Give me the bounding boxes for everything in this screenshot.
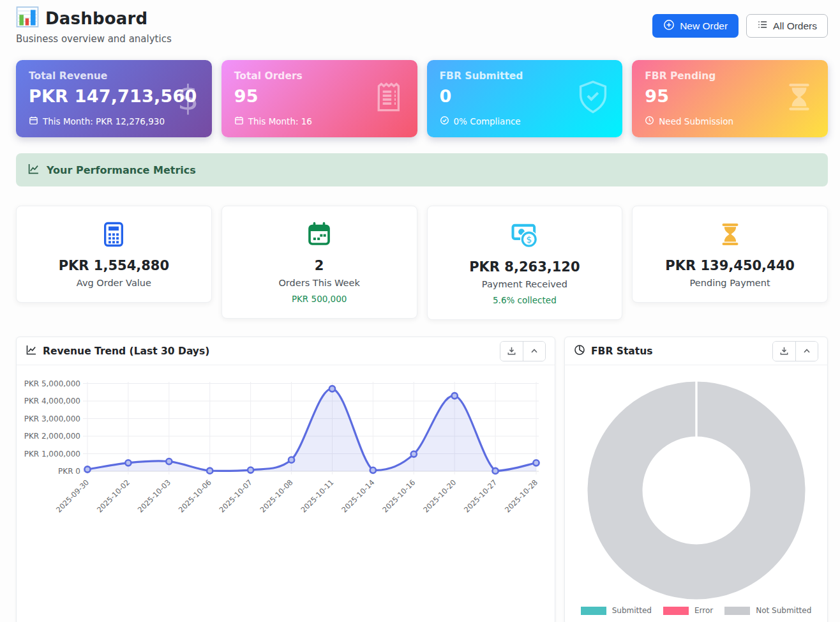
hourglass-icon	[717, 238, 743, 250]
download-button[interactable]	[773, 342, 795, 361]
svg-text:PKR 4,000,000: PKR 4,000,000	[24, 397, 80, 406]
metric-extra: 5.6% collected	[437, 295, 613, 305]
metric-value: PKR 8,263,120	[437, 259, 613, 275]
metric-value: PKR 139,450,440	[641, 258, 818, 273]
stat-sub-label: Need Submission	[659, 116, 733, 126]
clock-icon	[645, 116, 654, 127]
performance-metrics-banner: Your Performance Metrics	[16, 153, 828, 186]
legend-item-submitted[interactable]: Submitted	[581, 606, 652, 615]
money-icon: $	[511, 239, 538, 251]
plus-circle-icon	[663, 19, 675, 33]
shield-check-icon	[576, 79, 610, 117]
svg-text:2025-10-27: 2025-10-27	[462, 478, 499, 514]
svg-text:2025-10-03: 2025-10-03	[136, 478, 172, 514]
charts-row: Revenue Trend (Last 30 Days) PKR 0	[16, 337, 828, 622]
revenue-panel-toolbar	[500, 341, 546, 361]
svg-text:2025-10-07: 2025-10-07	[218, 478, 254, 514]
metric-card-payment-received: $ PKR 8,263,120 Payment Received 5.6% co…	[427, 206, 623, 320]
metric-card-orders-this-week: 2 Orders This Week PKR 500,000	[221, 206, 417, 319]
stat-card-total-revenue: Total Revenue PKR 147,713,560 This Month…	[16, 60, 212, 137]
legend-item-not-submitted[interactable]: Not Submitted	[724, 606, 811, 615]
svg-text:2025-10-16: 2025-10-16	[380, 478, 417, 514]
stat-sub-label: This Month: 16	[248, 116, 312, 126]
calendar-icon	[306, 238, 332, 250]
hourglass-icon	[783, 80, 815, 116]
svg-text:2025-10-14: 2025-10-14	[340, 478, 376, 514]
header-actions: New Order All Orders	[652, 14, 828, 38]
new-order-label: New Order	[680, 20, 728, 32]
svg-text:2025-10-02: 2025-10-02	[95, 478, 131, 514]
pie-chart-icon	[574, 344, 585, 358]
svg-text:2025-10-11: 2025-10-11	[299, 478, 335, 514]
metric-value: 2	[231, 258, 408, 273]
stat-card-fbr-pending: FBR Pending 95 Need Submission	[632, 60, 828, 137]
dollar-icon: $	[177, 80, 199, 115]
svg-text:2025-10-06: 2025-10-06	[177, 478, 213, 514]
fbr-chart-legend: SubmittedErrorNot Submitted	[565, 606, 827, 615]
metric-label: Orders This Week	[231, 278, 408, 288]
calendar-icon	[234, 116, 244, 127]
stat-card-row: Total Revenue PKR 147,713,560 This Month…	[16, 60, 828, 137]
fbr-doughnut-chart	[565, 381, 827, 600]
metric-card-row: PKR 1,554,880 Avg Order Value 2 Orders T…	[16, 206, 828, 320]
calendar-icon	[29, 116, 38, 127]
new-order-button[interactable]: New Order	[652, 14, 739, 38]
revenue-panel-title: Revenue Trend (Last 30 Days)	[43, 345, 209, 357]
page-title: Dashboard	[45, 9, 147, 28]
stat-label: Total Revenue	[29, 70, 199, 82]
legend-label: Not Submitted	[756, 606, 811, 615]
list-icon	[757, 19, 768, 33]
legend-swatch	[724, 607, 750, 615]
stat-sub-label: This Month: PKR 12,276,930	[43, 116, 165, 126]
svg-text:2025-10-08: 2025-10-08	[259, 478, 295, 514]
revenue-line-chart: PKR 0PKR 1,000,000PKR 2,000,000PKR 3,000…	[17, 365, 555, 622]
collapse-button[interactable]	[795, 342, 818, 361]
bar-chart-logo-icon	[16, 6, 39, 30]
metric-card-pending-payment: PKR 139,450,440 Pending Payment	[632, 206, 828, 303]
legend-swatch	[581, 607, 606, 615]
fbr-panel-title: FBR Status	[591, 345, 652, 357]
svg-text:PKR 5,000,000: PKR 5,000,000	[24, 379, 80, 388]
stat-card-total-orders: Total Orders 95 This Month: 16	[221, 60, 417, 137]
stat-card-fbr-submitted: FBR Submitted 0 0% Compliance	[427, 60, 623, 137]
receipt-icon	[373, 79, 405, 116]
dashboard-page: Dashboard Business overview and analytic…	[0, 0, 840, 622]
stat-value: PKR 147,713,560	[29, 86, 199, 106]
fbr-status-panel: FBR Status Submi	[564, 337, 828, 622]
collapse-button[interactable]	[523, 342, 545, 361]
all-orders-label: All Orders	[773, 20, 817, 32]
check-circle-icon	[440, 116, 449, 127]
svg-text:2025-09-30: 2025-09-30	[54, 478, 91, 514]
metric-card-avg-order-value: PKR 1,554,880 Avg Order Value	[16, 206, 212, 303]
fbr-panel-toolbar	[772, 341, 818, 361]
download-button[interactable]	[500, 342, 523, 361]
header-left: Dashboard Business overview and analytic…	[16, 6, 172, 45]
metric-label: Pending Payment	[641, 278, 818, 288]
revenue-trend-panel: Revenue Trend (Last 30 Days) PKR 0	[16, 337, 555, 622]
svg-text:2025-10-28: 2025-10-28	[503, 478, 539, 514]
metric-label: Avg Order Value	[26, 278, 202, 288]
metric-label: Payment Received	[437, 279, 613, 289]
stat-sub-label: 0% Compliance	[454, 116, 521, 126]
chart-line-icon	[27, 163, 40, 178]
metric-value: PKR 1,554,880	[26, 258, 202, 273]
banner-label: Your Performance Metrics	[47, 164, 196, 176]
legend-label: Error	[694, 606, 713, 615]
legend-item-error[interactable]: Error	[663, 606, 713, 615]
metric-extra: PKR 500,000	[231, 294, 408, 304]
svg-text:PKR 1,000,000: PKR 1,000,000	[24, 450, 80, 459]
svg-text:PKR 2,000,000: PKR 2,000,000	[24, 432, 80, 441]
svg-text:PKR 0: PKR 0	[58, 467, 80, 476]
calculator-icon	[101, 238, 126, 250]
chart-line-icon	[26, 344, 37, 358]
page-header: Dashboard Business overview and analytic…	[16, 6, 828, 45]
legend-swatch	[663, 607, 689, 615]
all-orders-button[interactable]: All Orders	[746, 14, 828, 38]
legend-label: Submitted	[612, 606, 652, 615]
svg-text:PKR 3,000,000: PKR 3,000,000	[24, 414, 80, 423]
svg-text:$: $	[526, 234, 532, 245]
page-subtitle: Business overview and analytics	[16, 33, 172, 45]
svg-text:2025-10-20: 2025-10-20	[421, 478, 458, 514]
